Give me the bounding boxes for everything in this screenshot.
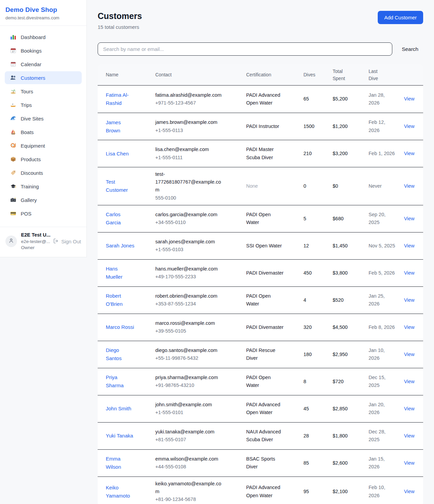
- table-row: Fatima Al-Rashidfatima.alrashid@example.…: [98, 86, 423, 113]
- actions-cell: View: [400, 323, 423, 331]
- user-section: E2E Test U... e2e-tester@... Owner Sign …: [0, 227, 86, 257]
- view-link[interactable]: View: [404, 406, 414, 411]
- sidebar-item-equipment[interactable]: Equipment: [5, 139, 82, 152]
- view-link[interactable]: View: [404, 433, 414, 438]
- column-header: Total Spent: [333, 68, 369, 82]
- view-link[interactable]: View: [404, 352, 414, 357]
- view-link[interactable]: View: [404, 124, 414, 129]
- certification-cell: PADI Rescue Diver: [246, 347, 303, 362]
- sidebar-item-label: Discounts: [21, 170, 43, 176]
- last-dive-cell: Jan 28, 2026: [369, 91, 400, 107]
- actions-cell: View: [400, 351, 423, 358]
- view-link[interactable]: View: [404, 243, 414, 248]
- package-icon: [10, 156, 16, 162]
- add-customer-button[interactable]: Add Customer: [378, 11, 423, 24]
- last-dive-cell: Feb 10, 2026: [369, 484, 400, 499]
- user-email: e2e-tester@...: [21, 239, 49, 245]
- customer-name-link[interactable]: Keiko Yamamoto: [98, 484, 155, 500]
- sidebar-item-dive-sites[interactable]: Dive Sites: [5, 112, 82, 125]
- customer-name-link[interactable]: Emma Wilson: [98, 455, 155, 471]
- column-header: Certification: [246, 71, 303, 78]
- table-row: Lisa Chenlisa.chen@example.com+1-555-011…: [98, 140, 423, 167]
- customer-name-link[interactable]: Hans Mueller: [98, 265, 155, 281]
- customer-name-link[interactable]: Yuki Tanaka: [98, 432, 155, 440]
- customer-name-link[interactable]: John Smith: [98, 405, 155, 413]
- view-link[interactable]: View: [404, 324, 414, 330]
- sign-out-button[interactable]: Sign Out: [53, 238, 81, 245]
- sidebar-item-label: Products: [21, 156, 41, 162]
- sidebar: Demo Dive Shop demo.test.divestreams.com…: [0, 0, 87, 257]
- sidebar-item-tours[interactable]: Tours: [5, 85, 82, 98]
- total-spent-cell: $1,450: [333, 242, 369, 250]
- customer-name-link[interactable]: James Brown: [98, 118, 155, 135]
- sidebar-item-label: Boats: [21, 129, 34, 135]
- view-link[interactable]: View: [404, 270, 414, 276]
- customer-name-link[interactable]: Carlos Garcia: [98, 210, 155, 227]
- customer-name-link[interactable]: Lisa Chen: [98, 150, 155, 158]
- customer-name-link[interactable]: Marco Rossi: [98, 323, 155, 331]
- total-spent-cell: $5,200: [333, 95, 369, 103]
- table-row: Priya Sharmapriya.sharma@example.com+91-…: [98, 368, 423, 395]
- certification-cell: PADI Advanced Open Water: [246, 484, 303, 499]
- sidebar-item-gallery[interactable]: Gallery: [5, 193, 82, 206]
- sidebar-item-discounts[interactable]: Discounts: [5, 166, 82, 179]
- sidebar-item-boats[interactable]: Boats: [5, 126, 82, 138]
- customer-name-link[interactable]: Robert O'Brien: [98, 292, 155, 308]
- main-content: Customers 15 total customers Add Custome…: [87, 0, 434, 504]
- search-button[interactable]: Search: [402, 46, 418, 52]
- actions-cell: View: [400, 269, 423, 277]
- page-header: Customers 15 total customers Add Custome…: [98, 10, 423, 30]
- sidebar-item-customers[interactable]: Customers: [5, 71, 82, 84]
- sign-out-label: Sign Out: [61, 239, 81, 244]
- user-name: E2E Test U...: [21, 232, 49, 239]
- sidebar-item-bookings[interactable]: 17Bookings: [5, 44, 82, 57]
- customer-name-link[interactable]: Fatima Al-Rashid: [98, 91, 155, 107]
- customer-name-link[interactable]: Test Customer: [98, 178, 155, 194]
- view-link[interactable]: View: [404, 297, 414, 303]
- camera-icon: [10, 197, 16, 203]
- certification-cell: BSAC Sports Diver: [246, 455, 303, 471]
- sidebar-item-label: Trips: [21, 102, 32, 108]
- sidebar-item-pos[interactable]: POS: [5, 207, 82, 220]
- sidebar-item-label: Customers: [21, 75, 45, 81]
- last-dive-cell: Feb 1, 2026: [369, 150, 400, 157]
- total-spent-cell: $1,800: [333, 432, 369, 440]
- sidebar-item-trips[interactable]: Trips: [5, 98, 82, 111]
- dives-cell: 28: [303, 432, 333, 440]
- dives-cell: 95: [303, 488, 333, 496]
- actions-cell: View: [400, 95, 423, 103]
- customer-name-link[interactable]: Priya Sharma: [98, 373, 155, 390]
- sidebar-item-label: Tours: [21, 89, 33, 94]
- customer-email: diego.santos@example.com: [155, 347, 223, 354]
- view-link[interactable]: View: [404, 379, 414, 384]
- user-info: E2E Test U... e2e-tester@... Owner: [21, 232, 49, 251]
- view-link[interactable]: View: [404, 151, 414, 156]
- search-input[interactable]: [98, 42, 392, 56]
- customers-table: NameContactCertificationDivesTotal Spent…: [98, 64, 423, 504]
- customer-email: fatima.alrashid@example.com: [155, 91, 223, 99]
- view-link[interactable]: View: [404, 96, 414, 101]
- column-header: Name: [98, 71, 155, 78]
- certification-cell: PADI Advanced Open Water: [246, 91, 303, 107]
- view-link[interactable]: View: [404, 460, 414, 466]
- sidebar-item-dashboard[interactable]: Dashboard: [5, 31, 82, 43]
- table-row: Emma Wilsonemma.wilson@example.com+44-55…: [98, 449, 423, 477]
- sidebar-item-label: Training: [21, 184, 39, 189]
- view-link[interactable]: View: [404, 216, 414, 221]
- dives-cell: 45: [303, 405, 333, 413]
- view-link[interactable]: View: [404, 489, 414, 494]
- certification-cell: SSI Open Water: [246, 242, 303, 250]
- sidebar-item-training[interactable]: Training: [5, 180, 82, 193]
- actions-cell: View: [400, 296, 423, 304]
- sidebar-item-calendar[interactable]: Calendar: [5, 58, 82, 71]
- view-link[interactable]: View: [404, 183, 414, 189]
- table-row: Sarah Jonessarah.jones@example.com+1-555…: [98, 232, 423, 259]
- actions-cell: View: [400, 405, 423, 413]
- total-spent-cell: $2,100: [333, 488, 369, 496]
- dives-cell: 450: [303, 269, 333, 277]
- customer-name-link[interactable]: Sarah Jones: [98, 242, 155, 250]
- sidebar-item-products[interactable]: Products: [5, 153, 82, 166]
- customer-phone: +55-11-99876-5432: [155, 354, 241, 362]
- customer-phone: +44-555-0108: [155, 463, 241, 471]
- customer-name-link[interactable]: Diego Santos: [98, 346, 155, 362]
